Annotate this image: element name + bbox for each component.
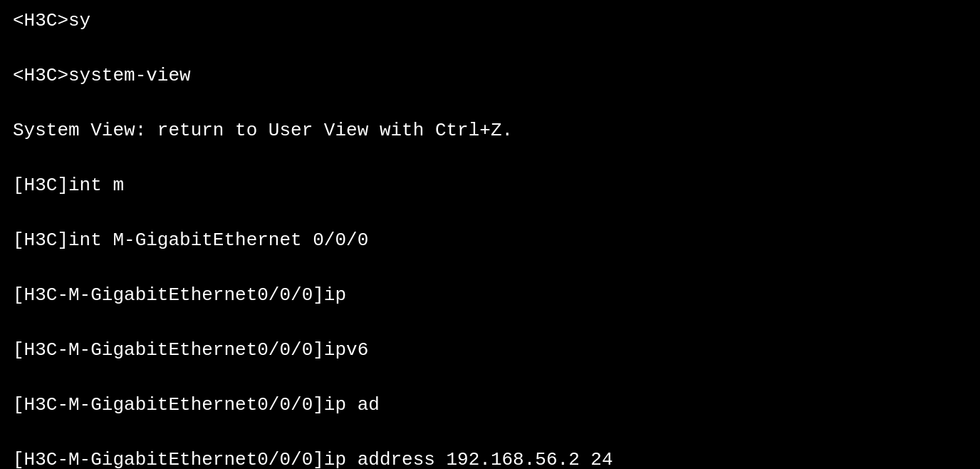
terminal-line-7: [H3C-M-GigabitEthernet0/0/0]ip ad <box>13 391 967 418</box>
terminal-line-1: <H3C>system-view <box>13 62 967 89</box>
terminal-line-0: <H3C>sy <box>13 7 967 34</box>
terminal-window[interactable]: <H3C>sy <H3C>system-view System View: re… <box>0 0 980 469</box>
terminal-line-6: [H3C-M-GigabitEthernet0/0/0]ipv6 <box>13 336 967 364</box>
terminal-line-2: System View: return to User View with Ct… <box>13 117 967 144</box>
terminal-line-3: [H3C]int m <box>13 172 967 199</box>
terminal-line-5: [H3C-M-GigabitEthernet0/0/0]ip <box>13 282 967 309</box>
terminal-line-4: [H3C]int M-GigabitEthernet 0/0/0 <box>13 227 967 254</box>
terminal-line-8: [H3C-M-GigabitEthernet0/0/0]ip address 1… <box>13 446 967 470</box>
